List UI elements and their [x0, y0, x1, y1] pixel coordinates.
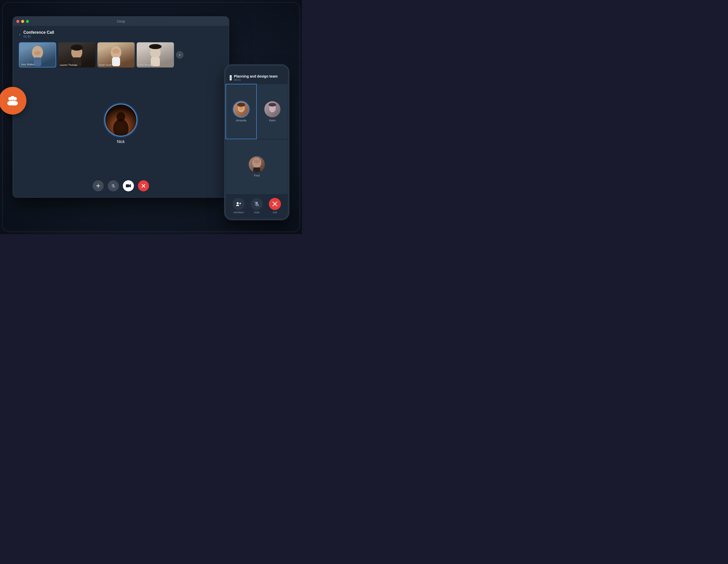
group-call-icon — [0, 87, 26, 115]
thumb-label-1: Lauren Thomas — [60, 64, 77, 66]
svg-rect-20 — [126, 184, 129, 187]
amanda-name: Amanda — [236, 119, 246, 122]
window-title: Zangi — [117, 19, 125, 23]
face-svg-1 — [67, 44, 87, 66]
svg-rect-7 — [112, 57, 120, 66]
group-icon-svg — [6, 94, 19, 107]
svg-point-34 — [269, 103, 276, 107]
call-title: Conference Call — [23, 30, 54, 35]
maximize-button[interactable] — [26, 20, 29, 23]
phone-status-bar — [226, 66, 288, 72]
svg-point-29 — [9, 100, 16, 105]
video-icon — [126, 184, 131, 188]
svg-point-37 — [254, 159, 260, 163]
fred-face-svg — [249, 156, 265, 172]
participant-thumb-3[interactable]: Keila Morgan — [137, 42, 174, 67]
svg-point-38 — [237, 202, 239, 204]
speaker-name: Nick — [117, 139, 125, 144]
thumb-label-3: Keila Morgan — [138, 64, 153, 66]
back-button[interactable]: ‹ — [19, 32, 20, 37]
svg-rect-36 — [253, 167, 260, 172]
phone-header: ‹ Planning and design team 00:01 — [226, 72, 288, 84]
phone-participant-fred[interactable]: Fred — [226, 139, 288, 195]
minimize-button[interactable] — [21, 20, 24, 23]
phone-mute-button[interactable] — [251, 198, 263, 210]
svg-point-2 — [34, 51, 41, 55]
phone-call-timer: 00:01 — [234, 78, 277, 81]
fred-name: Fred — [254, 174, 260, 177]
phone-participant-amanda[interactable]: Amanda — [226, 84, 257, 139]
karin-avatar — [264, 101, 280, 117]
participant-thumbnails: Joey Walker Lauren Thomas — [19, 42, 223, 67]
call-timer: 01:41 — [23, 35, 54, 38]
svg-point-32 — [237, 103, 245, 107]
phone-end-icon — [272, 201, 278, 207]
svg-rect-1 — [34, 57, 41, 66]
phone-controls: members mute — [226, 194, 288, 219]
video-button[interactable] — [123, 180, 134, 191]
phone-end-control: end — [269, 198, 281, 214]
svg-point-5 — [71, 45, 83, 51]
add-participant-button[interactable] — [93, 180, 104, 191]
phone-participants-grid: Amanda Karin — [226, 84, 288, 194]
app-frame: Zangi ‹ Conference Call 01:41 — [0, 0, 302, 234]
svg-marker-21 — [129, 184, 131, 188]
call-info: Conference Call 01:41 — [23, 30, 54, 38]
call-header: ‹ Conference Call 01:41 — [19, 30, 223, 38]
svg-point-8 — [113, 49, 120, 54]
phone-call-title: Planning and design team — [234, 74, 277, 78]
phone-back-button[interactable]: ‹ — [230, 75, 232, 81]
phone-members-label: members — [233, 211, 244, 214]
mac-titlebar: Zangi — [13, 17, 229, 26]
members-icon — [236, 201, 242, 207]
mute-icon — [111, 184, 116, 188]
participant-thumb-0[interactable]: Joey Walker — [19, 42, 56, 67]
main-speaker-view: Nick — [19, 72, 223, 176]
thumb-label-0: Joey Walker — [21, 63, 35, 66]
karin-name: Karin — [269, 119, 276, 122]
desktop-window: Zangi ‹ Conference Call 01:41 — [13, 16, 229, 198]
phone-mute-label: mute — [254, 211, 260, 214]
svg-point-28 — [11, 96, 15, 100]
traffic-lights — [16, 20, 29, 23]
thumb-label-2: Noah Scott — [99, 64, 111, 66]
end-call-icon — [141, 184, 145, 188]
phone-mute-control: mute — [251, 198, 263, 214]
karin-face-svg — [266, 103, 279, 116]
mute-button[interactable] — [108, 180, 119, 191]
phone-call-info: Planning and design team 00:01 — [234, 74, 277, 81]
phone-mute-icon — [254, 201, 260, 207]
amanda-face-svg — [235, 103, 248, 116]
next-participants-button[interactable]: › — [176, 51, 184, 59]
speaker-avatar — [104, 104, 137, 136]
svg-point-11 — [149, 44, 162, 49]
call-area: ‹ Conference Call 01:41 — [13, 26, 229, 197]
phone-end-button[interactable] — [269, 198, 281, 210]
phone-content: ‹ Planning and design team 00:01 — [226, 72, 288, 219]
speaker-silhouette-svg — [105, 104, 136, 136]
phone-members-button[interactable] — [233, 198, 245, 210]
svg-point-31 — [239, 107, 243, 110]
scene-container: Zangi ‹ Conference Call 01:41 — [13, 9, 289, 225]
call-controls — [19, 176, 223, 193]
mobile-phone: ‹ Planning and design team 00:01 — [224, 64, 289, 220]
face-svg-0 — [27, 44, 48, 66]
fred-avatar — [249, 156, 265, 172]
phone-members-control: members — [233, 198, 245, 214]
end-call-button[interactable] — [138, 180, 149, 191]
phone-end-label: end — [273, 211, 277, 214]
face-svg-3 — [145, 44, 165, 66]
phone-participant-karin[interactable]: Karin — [257, 84, 288, 139]
face-svg-2 — [106, 44, 126, 66]
participant-thumb-2[interactable]: Noah Scott — [97, 42, 135, 67]
add-icon — [96, 184, 100, 188]
close-button[interactable] — [16, 20, 19, 23]
participant-thumb-1[interactable]: Lauren Thomas — [58, 42, 95, 67]
amanda-avatar — [233, 101, 249, 117]
